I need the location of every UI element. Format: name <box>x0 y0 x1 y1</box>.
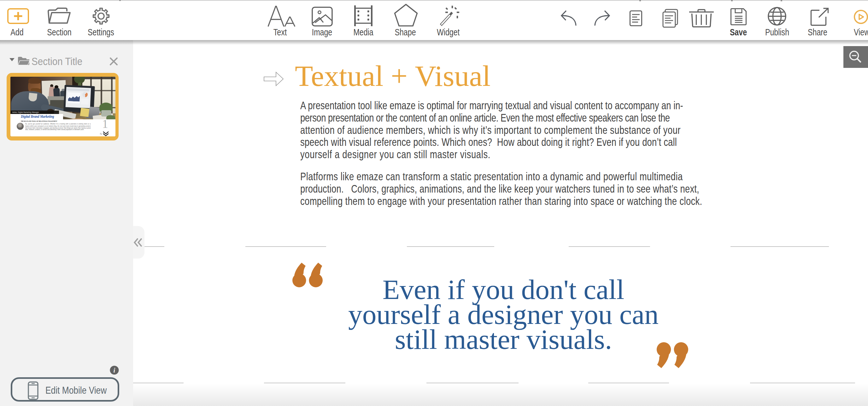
svg-text:i: i <box>114 367 116 374</box>
